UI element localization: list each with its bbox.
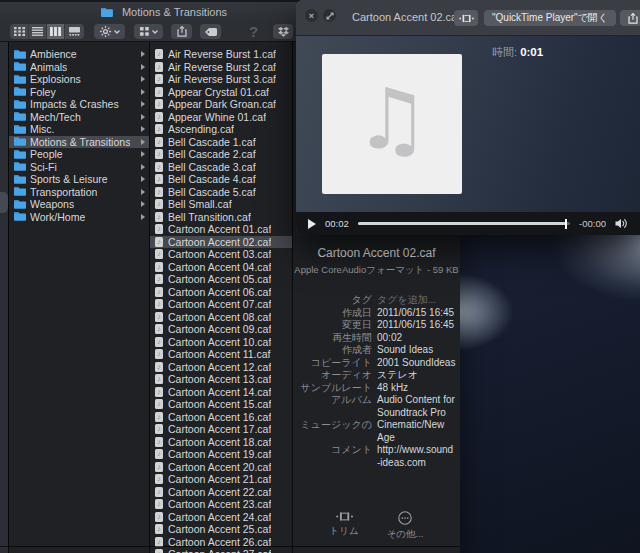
progress-slider[interactable] <box>358 222 570 225</box>
file-row[interactable]: ♪ Air Reverse Burst 3.caf <box>150 73 292 86</box>
folder-row[interactable]: People <box>9 148 149 161</box>
share-button[interactable] <box>171 24 192 39</box>
tag-button[interactable] <box>200 24 221 39</box>
folder-row[interactable]: Motions & Transitions <box>9 136 149 149</box>
file-name: Cartoon Accent 08.caf <box>168 311 271 323</box>
file-row[interactable]: ♪ Cartoon Accent 17.caf <box>150 423 292 436</box>
file-row[interactable]: ♪ Cartoon Accent 24.caf <box>150 511 292 524</box>
remaining-time: -00:00 <box>579 218 606 229</box>
folder-icon <box>14 100 26 109</box>
quicklook-titlebar[interactable]: × Cartoon Accent 02.caf "QuickTime Playe… <box>296 0 640 36</box>
play-button[interactable] <box>308 219 316 229</box>
folder-row[interactable]: Foley <box>9 86 149 99</box>
file-name: Cartoon Accent 24.caf <box>168 511 271 523</box>
file-row[interactable]: ♪ Cartoon Accent 05.caf <box>150 273 292 286</box>
folder-row[interactable]: Misc. <box>9 123 149 136</box>
volume-button[interactable] <box>615 218 628 229</box>
file-row[interactable]: ♪ Bell Cascade 2.caf <box>150 148 292 161</box>
dropbox-toolbar-button[interactable] <box>273 24 293 39</box>
chevron-right-icon <box>141 189 145 195</box>
file-row[interactable]: ♪ Cartoon Accent 07.caf <box>150 298 292 311</box>
desktop: Motions & Transitions <box>0 0 640 553</box>
file-row[interactable]: ♪ Cartoon Accent 01.caf <box>150 223 292 236</box>
file-row[interactable]: ♪ Cartoon Accent 26.caf <box>150 536 292 549</box>
file-row[interactable]: ♪ Cartoon Accent 23.caf <box>150 498 292 511</box>
folder-row[interactable]: Mech/Tech <box>9 111 149 124</box>
metadata-label: オーディオ <box>298 369 372 382</box>
file-row[interactable]: ♪ Cartoon Accent 14.caf <box>150 386 292 399</box>
file-row[interactable]: ♪ Cartoon Accent 08.caf <box>150 311 292 324</box>
file-row[interactable]: ♪ Cartoon Accent 15.caf <box>150 398 292 411</box>
file-row[interactable]: ♪ Bell Cascade 3.caf <box>150 161 292 174</box>
audio-file-icon: ♪ <box>155 349 163 359</box>
file-row[interactable]: ♪ Air Reverse Burst 1.caf <box>150 48 292 61</box>
file-row[interactable]: ♪ Cartoon Accent 21.caf <box>150 473 292 486</box>
column-view-button[interactable] <box>47 24 65 39</box>
playhead-handle[interactable] <box>565 219 567 229</box>
action-menu-button[interactable] <box>94 24 125 39</box>
file-row[interactable]: ♪ Cartoon Accent 12.caf <box>150 361 292 374</box>
folder-row[interactable]: Sci-Fi <box>9 161 149 174</box>
file-name: Cartoon Accent 18.caf <box>168 436 271 448</box>
album-art: ♫ <box>322 54 462 194</box>
folder-row[interactable]: Ambience <box>9 48 149 61</box>
file-row[interactable]: ♪ Bell Cascade 5.caf <box>150 186 292 199</box>
metadata-row: オーディオ ステレオ <box>298 369 456 382</box>
file-row[interactable]: ♪ Cartoon Accent 18.caf <box>150 436 292 449</box>
file-row[interactable]: ♪ Air Reverse Burst 2.caf <box>150 61 292 74</box>
icon-view-button[interactable] <box>11 24 29 39</box>
window-title-proxy[interactable]: Motions & Transitions <box>101 3 227 21</box>
file-row[interactable]: ♪ Bell Cascade 4.caf <box>150 173 292 186</box>
metadata-label: コメント <box>298 444 372 469</box>
file-row[interactable]: ♪ Cartoon Accent 16.caf <box>150 411 292 424</box>
chevron-right-icon <box>141 76 145 82</box>
file-row[interactable]: ♪ Cartoon Accent 27.caf <box>150 548 292 553</box>
fullscreen-button[interactable] <box>323 9 336 22</box>
chevron-right-icon <box>141 151 145 157</box>
file-row[interactable]: ♪ Ascending.caf <box>150 123 292 136</box>
file-name: Cartoon Accent 06.caf <box>168 286 271 298</box>
list-view-button[interactable] <box>29 24 47 39</box>
more-button[interactable]: その他... <box>387 511 424 541</box>
folder-row[interactable]: Animals <box>9 61 149 74</box>
folder-icon <box>14 62 26 71</box>
folder-row[interactable]: Impacts & Crashes <box>9 98 149 111</box>
chevron-right-icon <box>141 139 145 145</box>
file-row[interactable]: ♪ Cartoon Accent 22.caf <box>150 486 292 499</box>
folder-row[interactable]: Transportation <box>9 186 149 199</box>
file-row[interactable]: ♪ Cartoon Accent 19.caf <box>150 448 292 461</box>
trim-toolbar-button[interactable] <box>454 10 478 26</box>
gallery-view-button[interactable] <box>65 24 83 39</box>
trim-button[interactable]: トリム <box>329 511 358 541</box>
folder-row[interactable]: Sports & Leisure <box>9 173 149 186</box>
file-row[interactable]: ♪ Cartoon Accent 10.caf <box>150 336 292 349</box>
audio-file-icon: ♪ <box>155 74 163 84</box>
file-row[interactable]: ♪ Cartoon Accent 06.caf <box>150 286 292 299</box>
preview-file-subtitle: Apple CoreAudioフォーマット - 59 KB <box>293 264 460 277</box>
folder-row[interactable]: Explosions <box>9 73 149 86</box>
file-row[interactable]: ♪ Cartoon Accent 09.caf <box>150 323 292 336</box>
file-row[interactable]: ♪ Cartoon Accent 02.caf <box>150 236 292 249</box>
share-button[interactable] <box>620 10 640 26</box>
file-row[interactable]: ♪ Cartoon Accent 04.caf <box>150 261 292 274</box>
file-row[interactable]: ♪ Bell Cascade 1.caf <box>150 136 292 149</box>
folder-row[interactable]: Work/Home <box>9 211 149 224</box>
file-name: Appear Crystal 01.caf <box>168 86 269 98</box>
audio-file-icon: ♪ <box>155 299 163 309</box>
file-row[interactable]: ♪ Bell Small.caf <box>150 198 292 211</box>
group-by-button[interactable] <box>134 24 163 39</box>
folder-row[interactable]: Weapons <box>9 198 149 211</box>
file-row[interactable]: ♪ Cartoon Accent 11.caf <box>150 348 292 361</box>
file-row[interactable]: ♪ Cartoon Accent 03.caf <box>150 248 292 261</box>
file-row[interactable]: ♪ Cartoon Accent 13.caf <box>150 373 292 386</box>
file-row[interactable]: ♪ Bell Transition.caf <box>150 211 292 224</box>
file-row[interactable]: ♪ Appear Whine 01.caf <box>150 111 292 124</box>
file-name: Bell Transition.caf <box>168 211 251 223</box>
file-row[interactable]: ♪ Appear Dark Groan.caf <box>150 98 292 111</box>
open-with-quicktime-button[interactable]: "QuickTime Player"で開く <box>484 10 616 26</box>
file-row[interactable]: ♪ Cartoon Accent 20.caf <box>150 461 292 474</box>
previous-column-edge[interactable] <box>0 42 9 553</box>
file-row[interactable]: ♪ Appear Crystal 01.caf <box>150 86 292 99</box>
close-button[interactable]: × <box>305 9 318 22</box>
file-row[interactable]: ♪ Cartoon Accent 25.caf <box>150 523 292 536</box>
